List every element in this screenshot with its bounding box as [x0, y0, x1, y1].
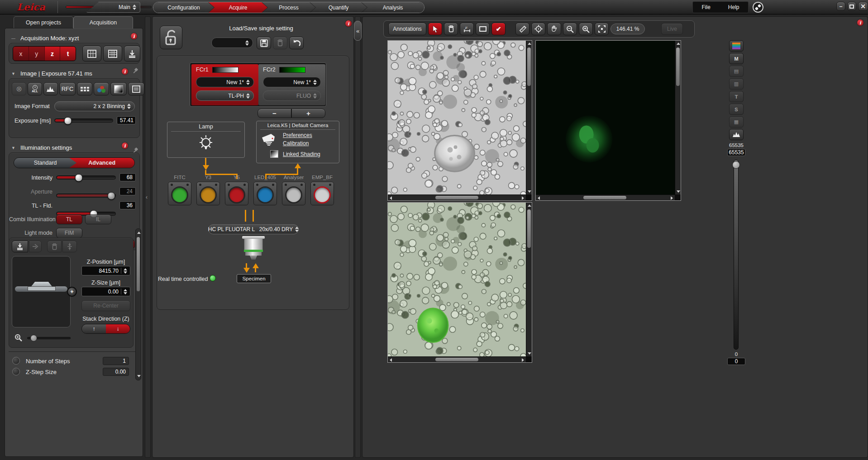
viewport-bl-overlay[interactable] — [387, 202, 532, 363]
tab-configuration[interactable]: Configuration — [153, 2, 214, 13]
tab-acquire[interactable]: Acquire — [209, 2, 267, 13]
z-position-spinbox[interactable]: 8415.70 — [81, 266, 130, 275]
dim-x-button[interactable]: x — [13, 47, 29, 61]
tab-analysis[interactable]: Analysis — [362, 2, 424, 13]
v-scrollbar[interactable] — [526, 203, 532, 356]
histogram-button[interactable] — [43, 82, 58, 95]
report-button[interactable]: ▦ — [729, 116, 744, 128]
h-scrollbar[interactable] — [536, 194, 675, 200]
left-tab-open-projects[interactable]: Open projects — [14, 16, 73, 28]
z-size-spinbox[interactable]: 0.00 — [81, 287, 130, 296]
fcr1-method-dropdown[interactable]: TL-PH — [196, 90, 254, 101]
info-icon[interactable]: i — [857, 19, 863, 26]
recenter-button[interactable]: Re-Center — [81, 300, 130, 311]
preferences-link[interactable]: Preferences — [283, 132, 312, 138]
collapse-left-icon[interactable]: ‹ — [146, 194, 148, 200]
info-icon[interactable]: i — [122, 142, 128, 149]
filter-y5[interactable] — [225, 182, 248, 205]
intensity-slider[interactable] — [56, 175, 116, 180]
mosaic-button[interactable] — [103, 46, 122, 62]
tab-process[interactable]: Process — [262, 2, 315, 13]
delete-annotation-button[interactable] — [444, 23, 458, 35]
v-scrollbar[interactable] — [526, 41, 532, 194]
filter-y3[interactable] — [196, 182, 220, 205]
stage-zoom-knob[interactable] — [30, 335, 37, 341]
measure-tool-button[interactable] — [515, 23, 529, 35]
scroll-down-arrow[interactable] — [136, 373, 142, 379]
image-format-dropdown[interactable]: 2 x 2 Binning — [54, 101, 135, 111]
export-settings-button[interactable] — [124, 46, 140, 62]
rectangle-tool-button[interactable] — [476, 23, 490, 35]
tab-quantify[interactable]: Quantify — [310, 2, 367, 13]
main-selector-spinner[interactable] — [133, 5, 136, 10]
z-size-spinner[interactable] — [124, 289, 127, 294]
il-button[interactable]: IL — [85, 214, 111, 224]
h-scrollbar[interactable] — [388, 356, 526, 362]
calibration-link[interactable]: Calibration — [283, 140, 309, 147]
zstack-apply-button[interactable] — [29, 241, 42, 252]
lamp-box[interactable]: Lamp — [167, 122, 245, 158]
collapse-icon[interactable]: — — [11, 36, 17, 41]
viewer-collapse-handle[interactable]: « — [354, 21, 362, 41]
maximize-button[interactable] — [847, 2, 856, 11]
text-rail-button[interactable]: T — [729, 91, 744, 102]
tile-scan-button[interactable] — [82, 46, 101, 62]
file-menu[interactable]: File — [701, 4, 710, 10]
exposure-value[interactable]: 57.41 — [117, 116, 136, 124]
z-target-handle[interactable]: + — [67, 287, 77, 297]
layers-button[interactable]: ▤ — [729, 66, 744, 77]
overlay-button[interactable]: ▥ — [729, 78, 744, 90]
filter-emp-bf[interactable] — [310, 182, 334, 205]
specimen-box[interactable]: Specimen — [237, 274, 271, 283]
scroll-up-arrow[interactable] — [136, 230, 142, 236]
fim-button[interactable]: FIM — [56, 228, 82, 238]
zoom-in-button[interactable] — [579, 23, 593, 35]
stack-down-button[interactable]: ↓ — [106, 324, 130, 333]
setting-dropdown[interactable] — [211, 38, 253, 48]
standard-mode-button[interactable]: Standard — [14, 158, 76, 168]
exposure-slider[interactable] — [54, 119, 113, 123]
shading-button[interactable] — [110, 82, 127, 95]
rfc-button[interactable]: RFC — [59, 82, 76, 95]
autofocus-off-button[interactable]: ⊗ — [12, 82, 26, 95]
zstack-split-button[interactable] — [62, 241, 77, 252]
number-of-steps-value[interactable]: 1 — [103, 357, 129, 365]
fcr2-preset-dropdown[interactable]: New 1* — [263, 77, 321, 87]
live-button[interactable]: Live — [661, 23, 683, 35]
viewport-tl-phase[interactable] — [387, 40, 532, 201]
undo-setting-button[interactable] — [289, 37, 304, 49]
z-step-size-value[interactable]: 0.00 — [103, 368, 129, 376]
pointer-tool-button[interactable] — [428, 23, 442, 35]
metadata-button[interactable] — [128, 82, 144, 95]
minimize-button[interactable]: – — [836, 2, 845, 11]
tl-fld-value[interactable]: 36 — [119, 201, 136, 209]
v-scrollbar[interactable] — [675, 41, 681, 194]
objective-dropdown[interactable]: HC PL FLUOTAR L 20x/0.40 DRY — [208, 224, 299, 234]
linked-shading-link[interactable]: Linked Shading — [283, 151, 320, 157]
zstack-save-button[interactable] — [12, 241, 28, 252]
viewport-tr-fluorescence[interactable] — [535, 40, 681, 201]
confirm-tool-button[interactable]: ✔ — [491, 23, 506, 35]
main-selector[interactable]: Main — [86, 2, 140, 13]
left-tab-acquisition[interactable]: Acquisition — [73, 16, 133, 28]
pin-icon[interactable] — [133, 68, 138, 74]
right-splitter[interactable] — [355, 16, 361, 458]
z-position-spinner[interactable] — [124, 268, 127, 274]
multi-grid-button[interactable] — [77, 82, 92, 95]
advanced-mode-button[interactable]: Advanced — [69, 158, 134, 168]
help-menu[interactable]: Help — [728, 4, 739, 10]
info-icon[interactable]: i — [122, 68, 128, 75]
left-splitter[interactable]: ‹ — [145, 16, 151, 458]
intensity-value[interactable]: 68 — [119, 173, 136, 181]
tl-button[interactable]: TL — [56, 214, 82, 224]
left-panel-scrollbar[interactable] — [135, 228, 141, 380]
measure-rail-button[interactable]: M — [729, 53, 744, 64]
lut-button[interactable] — [729, 40, 744, 52]
info-icon[interactable]: i — [345, 20, 352, 27]
stage-zoom-slider[interactable] — [27, 337, 71, 339]
info-icon[interactable]: i — [131, 33, 137, 39]
dim-z-button[interactable]: z — [45, 47, 61, 61]
filter-led405[interactable] — [253, 182, 277, 205]
stack-up-button[interactable]: ↑ — [82, 324, 106, 333]
fcr1-preset-dropdown[interactable]: New 1* — [196, 77, 254, 87]
